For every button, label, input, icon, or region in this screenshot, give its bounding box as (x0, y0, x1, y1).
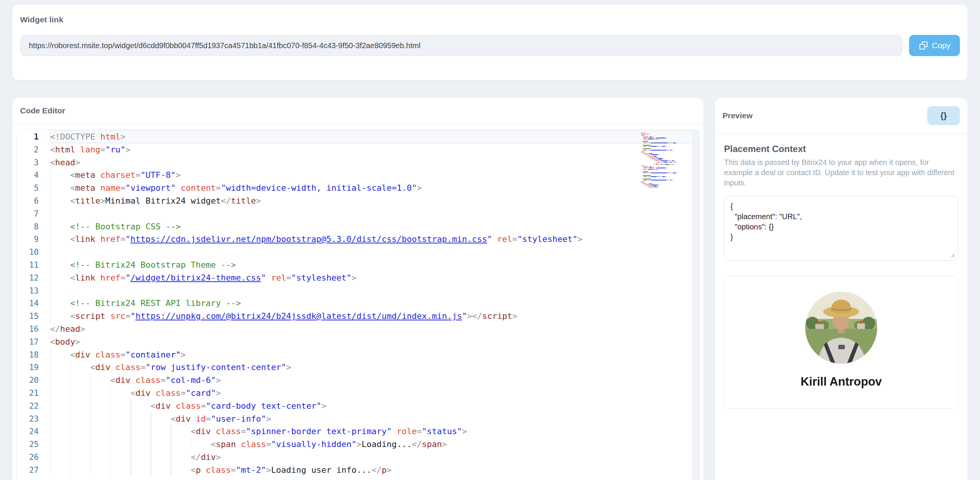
code-line[interactable]: 6 <title>Minimal Bitrix24 widget</title> (17, 194, 699, 207)
widget-link-card: Widget link Copy (13, 5, 967, 80)
widget-preview-result-card: Kirill Antropov (724, 276, 958, 409)
code-editor-header: Code Editor (13, 98, 703, 124)
code-editor-card: Code Editor 1<!DOCTYPE html>2<html lang=… (13, 98, 703, 480)
code-line[interactable]: 17<body> (17, 335, 699, 348)
placement-context-description: This data is passed by Bitrix24 to your … (724, 157, 958, 188)
code-line[interactable]: 19 <div class="row justify-content-cente… (17, 361, 699, 374)
avatar (805, 292, 877, 364)
code-line[interactable]: 18 <div class="container"> (17, 348, 699, 361)
placement-context-editor: { "placement": "URL", "options": {} } (724, 195, 958, 262)
preview-user-name: Kirill Antropov (724, 375, 958, 389)
line-number: 19 (17, 361, 50, 374)
line-number: 4 (17, 169, 50, 181)
line-number: 2 (17, 143, 50, 156)
line-number: 7 (17, 207, 50, 220)
code-line[interactable]: 3<head> (17, 156, 699, 169)
line-number: 10 (17, 246, 50, 259)
code-line[interactable]: 22 <div class="card-body text-center"> (17, 400, 699, 413)
code-line[interactable]: 14 <!-- Bitrix24 REST API library --> (17, 297, 699, 310)
line-number: 17 (17, 335, 50, 348)
placement-context-title: Placement Context (724, 144, 958, 154)
preview-title: Preview (722, 111, 752, 120)
code-line[interactable]: 7 (17, 207, 699, 220)
line-number: 26 (17, 451, 50, 464)
code-line[interactable]: 15 <script src="https://unpkg.com/@bitri… (17, 310, 699, 323)
code-line[interactable]: 20 <div class="col-md-6"> (17, 374, 699, 387)
placement-context-input[interactable]: { "placement": "URL", "options": {} } (724, 195, 958, 261)
code-line[interactable]: 21 <div class="card"> (17, 387, 699, 400)
code-line[interactable]: 16</head> (17, 323, 699, 335)
code-line[interactable]: 24 <div class="spinner-border text-prima… (17, 425, 699, 438)
line-number: 8 (17, 220, 50, 233)
copy-button[interactable]: Copy (909, 35, 960, 56)
page: Widget link Copy Code Editor 1<!DOCTYPE … (0, 0, 980, 480)
line-number: 14 (17, 297, 50, 310)
line-number: 18 (17, 348, 50, 361)
resize-grip-icon[interactable] (949, 252, 955, 258)
code-line[interactable]: 8 <!-- Bootstrap CSS --> (17, 220, 699, 233)
line-number: 24 (17, 425, 50, 438)
line-number: 16 (17, 323, 50, 335)
line-number: 3 (17, 156, 50, 169)
line-number: 1 (17, 130, 50, 143)
code-line[interactable]: 26 </div> (17, 451, 699, 464)
code-line[interactable]: 4 <meta charset="UTF-8"> (17, 169, 699, 181)
line-number: 15 (17, 310, 50, 323)
code-line[interactable]: 12 <link href="/widget/bitrix24-theme.cs… (17, 272, 699, 285)
code-line[interactable]: 25 <span class="visually-hidden">Loading… (17, 438, 699, 451)
minimap[interactable] (641, 133, 689, 189)
json-toggle-button[interactable]: {} (927, 106, 960, 125)
preview-header: Preview {} (715, 98, 967, 134)
code-line[interactable]: 5 <meta name="viewport" content="width=d… (17, 181, 699, 194)
line-number: 27 (17, 464, 50, 477)
main-row: Code Editor 1<!DOCTYPE html>2<html lang=… (13, 98, 967, 480)
copy-button-label: Copy (932, 41, 950, 50)
widget-link-title: Widget link (20, 15, 960, 24)
line-number: 20 (17, 374, 50, 387)
copy-icon (919, 41, 928, 51)
code-line[interactable]: 23 <div id="user-info"> (17, 413, 699, 425)
code-line[interactable]: 9 <link href="https://cdn.jsdelivr.net/n… (17, 233, 699, 246)
line-number: 11 (17, 259, 50, 272)
code-line[interactable]: 10 (17, 246, 699, 259)
editor-scrollbar[interactable] (692, 130, 699, 480)
preview-card: Preview {} Placement Context This data i… (715, 98, 967, 480)
code-lines[interactable]: 1<!DOCTYPE html>2<html lang="ru">3<head>… (17, 130, 699, 477)
line-number: 9 (17, 233, 50, 246)
widget-url-input[interactable] (20, 35, 902, 56)
line-number: 23 (17, 413, 50, 425)
code-line[interactable]: 13 (17, 285, 699, 297)
preview-body: Placement Context This data is passed by… (715, 134, 967, 409)
code-line[interactable]: 27 <p class="mt-2">Loading user info...<… (17, 464, 699, 477)
code-line[interactable]: 11 <!-- Bitrix24 Bootstrap Theme --> (17, 259, 699, 272)
line-number: 22 (17, 400, 50, 413)
line-number: 13 (17, 285, 50, 297)
code-line[interactable]: 1<!DOCTYPE html> (17, 130, 699, 143)
widget-link-row: Copy (20, 35, 960, 56)
line-number: 25 (17, 438, 50, 451)
code-line[interactable]: 2<html lang="ru"> (17, 143, 699, 156)
line-number: 12 (17, 272, 50, 285)
line-number: 6 (17, 194, 50, 207)
code-editor-title: Code Editor (20, 106, 65, 115)
line-number: 21 (17, 387, 50, 400)
code-editor[interactable]: 1<!DOCTYPE html>2<html lang="ru">3<head>… (16, 129, 700, 480)
line-number: 5 (17, 181, 50, 194)
